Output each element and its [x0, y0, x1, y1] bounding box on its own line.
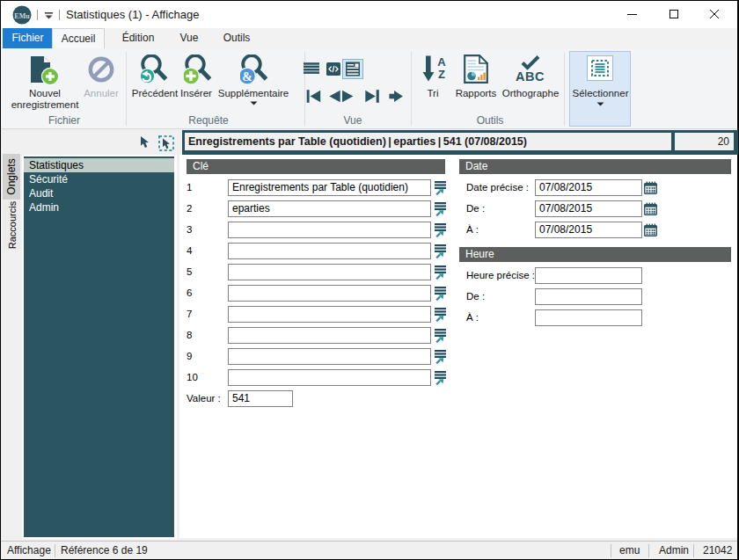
svg-text:Z: Z: [438, 68, 445, 81]
svg-text:ABC: ABC: [516, 69, 545, 83]
svg-text:EMu: EMu: [14, 12, 30, 20]
svg-text:A: A: [437, 55, 446, 69]
svg-text:&: &: [242, 70, 252, 84]
